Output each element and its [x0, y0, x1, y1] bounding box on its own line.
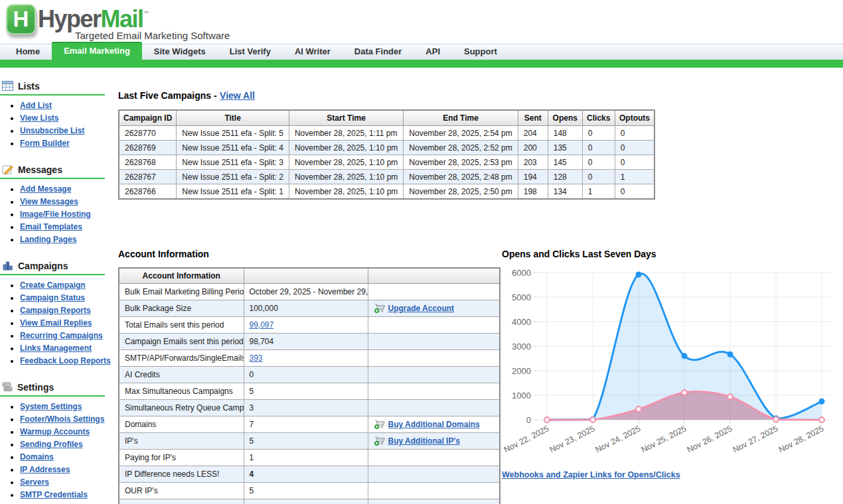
buy-additional-domains-link[interactable]: Buy Additional Domains: [388, 420, 480, 429]
y-axis-label: 5000: [512, 292, 531, 302]
table-cell: New Issue 2511 efa - Split: 2: [177, 170, 289, 184]
webhooks-zapier-link[interactable]: Webhooks and Zapier Links for Opens/Clic…: [502, 470, 680, 479]
list-item: Add List: [20, 101, 114, 113]
table-cell: November 28, 2025, 1:10 pm: [289, 155, 403, 170]
sidebar-item-add-list[interactable]: Add List: [20, 101, 52, 110]
clicks-point: [590, 417, 595, 422]
nav-item-support[interactable]: Support: [452, 44, 509, 60]
chart-title: Opens and Clicks Last Seven Days: [502, 249, 843, 259]
sidebar-item-landing-pages[interactable]: Landing Pages: [20, 235, 76, 244]
sidebar-item-email-templates[interactable]: Email Templates: [20, 222, 82, 231]
opens-clicks-chart-section: Opens and Clicks Last Seven Days 0100020…: [502, 249, 843, 480]
account-row-action: [368, 367, 500, 383]
sidebar-item-feedback-loop-reports[interactable]: Feedback Loop Reports: [20, 356, 111, 365]
table-cell: 2628767: [119, 170, 177, 184]
table-cell: November 28, 2025, 2:50 pm: [404, 184, 518, 200]
sidebar-section-settings: SettingsSystem SettingsFooter/Whois Sett…: [0, 381, 114, 503]
view-all-link[interactable]: View All: [220, 90, 255, 101]
value-link[interactable]: 393: [250, 353, 263, 363]
nav-item-home[interactable]: Home: [4, 44, 52, 60]
account-row-value: 4: [244, 466, 368, 483]
brand-name: HyperMail™: [38, 5, 149, 33]
sidebar-item-form-builder[interactable]: Form Builder: [20, 139, 70, 148]
sidebar-item-view-messages[interactable]: View Messages: [20, 197, 78, 206]
green-divider: [0, 395, 105, 397]
top-nav: HomeEmail MarketingSite WidgetsList Veri…: [0, 44, 843, 60]
sidebar-item-warmup-accounts[interactable]: Warmup Accounts: [20, 427, 90, 436]
table-cell: 0: [582, 141, 615, 155]
nav-item-data-finder[interactable]: Data Finder: [343, 44, 414, 60]
nav-item-api[interactable]: API: [414, 44, 452, 60]
sidebar-item-links-management[interactable]: Links Management: [20, 344, 92, 353]
bar-chart-icon: [2, 261, 13, 271]
y-axis-label: 4000: [512, 317, 531, 327]
account-row-label: OUR IP's: [119, 483, 244, 499]
list-item: Feedback Loop Reports: [20, 356, 114, 369]
sidebar-item-unsubscribe-list[interactable]: Unsubscribe List: [20, 126, 84, 135]
account-row-label: AI Credits: [119, 367, 244, 383]
account-row-value: 99,097: [244, 317, 368, 334]
nav-item-site-widgets[interactable]: Site Widgets: [142, 44, 218, 60]
account-row-value: 5: [244, 383, 368, 400]
nav-item-email-marketing[interactable]: Email Marketing: [52, 42, 142, 60]
nav-item-ai-writer[interactable]: AI Writer: [283, 44, 343, 60]
table-cell: 128: [548, 170, 582, 184]
sidebar-section-messages: MessagesAdd MessageView MessagesImage/Fi…: [0, 163, 114, 247]
account-row-action: [368, 450, 500, 466]
cart-icon: [374, 419, 386, 430]
account-row-action: [368, 317, 500, 334]
sidebar-item-image-file-hosting[interactable]: Image/File Hosting: [20, 210, 91, 219]
sidebar-item-campaign-status[interactable]: Campaign Status: [20, 293, 85, 302]
list-item: SMTP Credentials: [20, 490, 114, 503]
sidebar-item-footer-whois-settings[interactable]: Footer/Whois Settings: [20, 414, 104, 424]
list-item: System Settings: [20, 402, 114, 414]
sidebar-item-smtp-credentials[interactable]: SMTP Credentials: [20, 490, 88, 499]
list-item: View Messages: [20, 197, 114, 210]
sidebar-item-recurring-campaigns[interactable]: Recurring Campaigns: [20, 331, 103, 340]
sidebar-item-view-email-replies[interactable]: View Email Replies: [20, 318, 92, 328]
sidebar-section-title: Messages: [18, 164, 62, 175]
sidebar-item-add-message[interactable]: Add Message: [20, 184, 71, 194]
account-row-total-emails-sent-this-period: Total Emails sent this period99,097: [119, 317, 500, 334]
table-cell: 145: [548, 155, 582, 170]
sidebar-section-lists: ListsAdd ListView ListsUnsubscribe ListF…: [0, 80, 114, 151]
table-cell: 2628770: [119, 126, 177, 141]
table-cell: New Issue 2511 efa - Split: 1: [177, 184, 289, 200]
list-item: Recurring Campaigns: [20, 331, 114, 344]
value-link[interactable]: 99,097: [250, 320, 274, 330]
account-row-label: Bulk Email Marketing Billing Period: [119, 284, 244, 300]
table-icon: [2, 81, 13, 91]
table-cell: 2628768: [119, 155, 177, 170]
clicks-area: [547, 392, 822, 420]
account-row-value: 0: [244, 499, 368, 504]
sidebar-item-servers[interactable]: Servers: [20, 477, 49, 487]
y-axis-label: 6000: [512, 268, 531, 278]
sidebar-item-create-campaign[interactable]: Create Campaign: [20, 281, 86, 290]
pencil-icon: [2, 164, 13, 175]
sidebar-item-campaign-reports[interactable]: Campaign Reports: [20, 306, 91, 315]
account-row-value: 5: [244, 433, 368, 450]
sidebar-item-sending-profiles[interactable]: Sending Profiles: [20, 440, 83, 449]
y-axis-label: 2000: [512, 366, 531, 376]
account-row-bulk-email-marketing-billing-period: Bulk Email Marketing Billing PeriodOctob…: [119, 284, 500, 300]
table-row: 2628766New Issue 2511 efa - Split: 1Nove…: [119, 184, 654, 200]
table-cell: November 28, 2025, 1:10 pm: [289, 170, 403, 184]
buy-additional-ip-s-link[interactable]: Buy Additional IP's: [388, 436, 460, 446]
sidebar-item-ip-addresses[interactable]: IP Addresses: [20, 465, 70, 474]
account-row-smtp-api-forwards-singleemails: SMTP/API/Forwards/SingleEmails393: [119, 350, 500, 367]
account-row-label: Domains: [119, 416, 244, 433]
clicks-point: [819, 417, 824, 422]
sidebar-item-system-settings[interactable]: System Settings: [20, 402, 82, 411]
nav-item-list-verify[interactable]: List Verify: [218, 44, 283, 60]
sidebar-item-domains[interactable]: Domains: [20, 452, 54, 462]
table-row: 2628769New Issue 2511 efa - Split: 4Nove…: [119, 141, 654, 155]
sidebar-item-view-lists[interactable]: View Lists: [20, 113, 58, 123]
list-item: Image/File Hosting: [20, 210, 114, 222]
list-item: Domains: [20, 452, 114, 465]
account-row-action: Upgrade Account: [368, 300, 500, 317]
account-row-simultaneous-retry-queue-campaigns: Simultaneous Retry Queue Campaigns3: [119, 400, 500, 416]
sidebar-section-header: Messages: [0, 163, 114, 176]
table-header-row: Account Information: [119, 268, 500, 284]
table-cell: 204: [518, 126, 548, 141]
upgrade-account-link[interactable]: Upgrade Account: [388, 304, 455, 313]
